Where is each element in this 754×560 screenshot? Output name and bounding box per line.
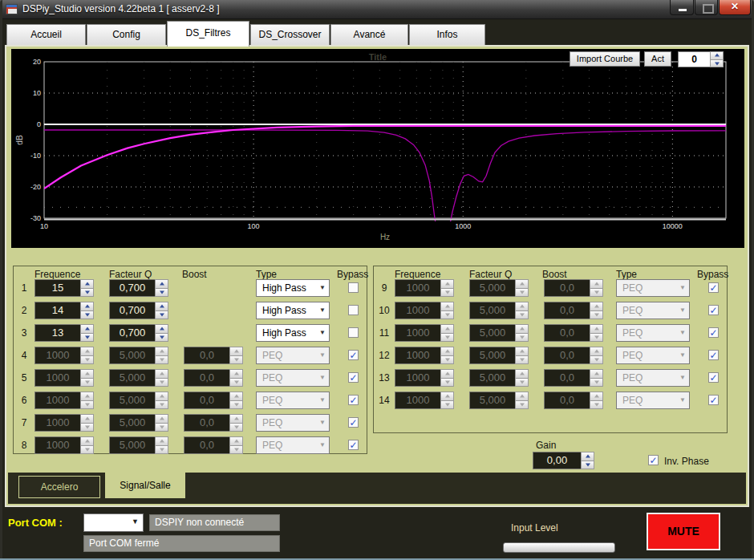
boost-spinner-value[interactable]: 0,0 [184,347,229,364]
q-factor-spinner[interactable]: 5,000 [469,279,529,297]
spin-down-button[interactable] [515,289,529,298]
q-factor-spinner[interactable]: 5,000 [109,347,168,364]
q-factor-spinner-value[interactable]: 5,000 [109,347,155,364]
frequency-spinner-value[interactable]: 1000 [34,347,80,364]
frequency-spinner[interactable]: 14 [34,302,94,319]
gain-down-button[interactable] [581,461,594,470]
tab-infos[interactable]: Infos [409,24,485,45]
frequency-spinner-value[interactable]: 1000 [395,324,440,342]
q-factor-spinner-value[interactable]: 0,700 [109,324,155,342]
spin-up-button[interactable] [440,347,454,356]
spin-down-button[interactable] [80,401,94,410]
bypass-checkbox[interactable] [348,327,359,338]
boost-spinner[interactable]: 0,0 [184,392,243,409]
spin-up-button[interactable] [229,436,243,446]
q-factor-spinner[interactable]: 5,000 [109,392,168,409]
q-factor-spinner-value[interactable]: 5,000 [109,369,155,387]
spin-up-button[interactable] [590,302,603,311]
q-factor-spinner-value[interactable]: 5,000 [469,324,515,342]
spin-down-button[interactable] [590,379,603,388]
tab-ds-crossover[interactable]: DS_Crossover [250,24,330,45]
bottom-tab-accelero[interactable]: Accelero [18,476,100,498]
frequency-spinner-value[interactable]: 1000 [34,436,80,454]
q-factor-spinner[interactable]: 0,700 [109,302,168,319]
spin-up-button[interactable] [515,369,529,379]
spin-up-button[interactable] [515,324,529,334]
gain-spinner[interactable]: 0,00 [533,452,594,469]
q-factor-spinner-value[interactable]: 0,700 [109,279,155,297]
filter-type-select[interactable]: PEQ▼ [616,347,690,364]
spin-up-button[interactable] [440,279,454,289]
spin-down-button[interactable] [229,379,243,388]
boost-spinner[interactable]: 0,0 [544,392,603,409]
boost-spinner[interactable]: 0,0 [184,369,243,387]
spin-down-button[interactable] [80,311,94,320]
frequency-spinner[interactable]: 1000 [395,324,454,342]
tab-ds-filtres[interactable]: DS_Filtres [167,21,249,47]
boost-spinner[interactable]: 0,0 [184,414,243,432]
frequency-spinner-value[interactable]: 1000 [395,392,440,409]
bypass-checkbox[interactable]: ✓ [348,440,359,450]
frequency-spinner[interactable]: 1000 [395,392,454,409]
import-courbe-button[interactable]: Import Courbe [570,51,640,67]
q-factor-spinner-value[interactable]: 5,000 [469,347,515,364]
spin-down-button[interactable] [440,401,454,410]
boost-spinner[interactable]: 0,0 [184,436,243,454]
q-factor-spinner-value[interactable]: 5,000 [469,369,515,387]
frequency-spinner[interactable]: 1000 [34,414,94,432]
frequency-spinner-value[interactable]: 1000 [34,392,80,409]
boost-spinner[interactable]: 0,0 [544,302,603,319]
bypass-checkbox[interactable]: ✓ [348,372,359,383]
frequency-spinner-value[interactable]: 13 [34,324,80,342]
port-com-combobox[interactable]: ▼ [83,513,144,532]
filter-type-select[interactable]: High Pass▼ [256,279,330,297]
boost-spinner[interactable]: 0,0 [544,369,603,387]
boost-spinner[interactable]: 0,0 [544,324,603,342]
spin-down-button[interactable] [440,356,454,365]
spin-down-button[interactable] [515,401,529,410]
bypass-checkbox[interactable]: ✓ [348,350,359,360]
q-factor-spinner[interactable]: 5,000 [469,369,529,387]
spin-up-button[interactable] [440,324,454,334]
spin-up-button[interactable] [80,369,94,379]
filter-type-select[interactable]: PEQ▼ [256,414,330,432]
spin-up-button[interactable] [590,279,603,289]
bypass-checkbox[interactable] [348,305,359,315]
q-factor-spinner-value[interactable]: 5,000 [109,392,155,409]
spin-down-button[interactable] [590,334,603,343]
spin-up-button[interactable] [155,302,168,311]
q-factor-spinner-value[interactable]: 5,000 [469,279,515,297]
q-factor-spinner[interactable]: 5,000 [109,414,168,432]
frequency-spinner-value[interactable]: 1000 [395,369,440,387]
spin-down-button[interactable] [515,379,529,388]
spin-up-button[interactable] [590,392,603,401]
q-factor-spinner[interactable]: 0,700 [109,279,168,297]
frequency-spinner-value[interactable]: 1000 [34,414,80,432]
filter-type-select[interactable]: PEQ▼ [256,436,330,454]
act-counter-spinner[interactable]: 0 [678,51,724,67]
filter-type-select[interactable]: PEQ▼ [256,392,330,409]
boost-spinner-value[interactable]: 0,0 [544,392,590,409]
spin-down-button[interactable] [440,311,454,320]
spin-down-button[interactable] [155,289,168,298]
spin-up-button[interactable] [155,369,168,379]
spin-up-button[interactable] [80,392,94,401]
close-button[interactable] [719,0,751,15]
spin-up-button[interactable] [590,369,603,379]
frequency-spinner-value[interactable]: 15 [34,279,80,297]
filter-type-select[interactable]: PEQ▼ [616,302,690,319]
filter-type-select[interactable]: PEQ▼ [256,369,330,387]
spin-up-button[interactable] [80,324,94,334]
spin-down-button[interactable] [155,424,168,432]
spin-down-button[interactable] [590,356,603,365]
frequency-spinner-value[interactable]: 1000 [395,302,440,319]
filter-type-select[interactable]: PEQ▼ [616,369,690,387]
spin-down-button[interactable] [155,401,168,410]
counter-down-button[interactable] [710,60,724,68]
filter-type-select[interactable]: PEQ▼ [616,324,690,342]
spin-up-button[interactable] [155,279,168,289]
frequency-spinner[interactable]: 1000 [395,369,454,387]
spin-down-button[interactable] [80,356,94,365]
boost-spinner[interactable]: 0,0 [184,347,243,364]
spin-up-button[interactable] [155,347,168,356]
